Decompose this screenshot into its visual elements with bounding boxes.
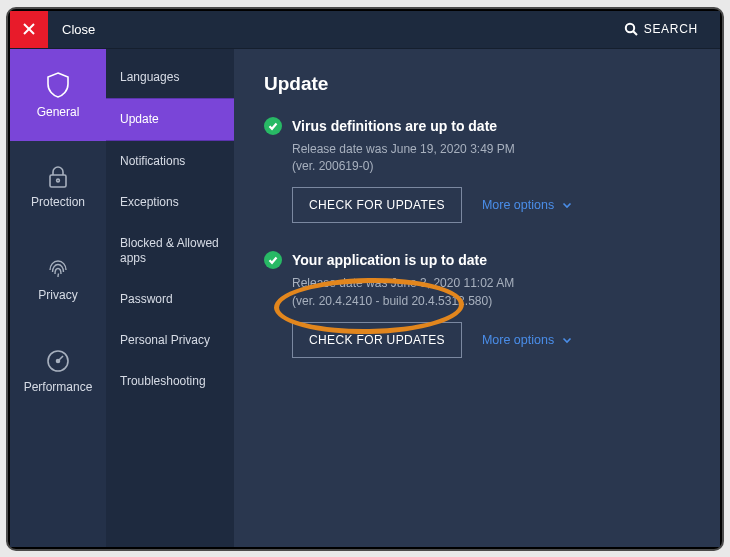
search-button[interactable]: SEARCH (602, 11, 720, 48)
menu-blocked-allowed[interactable]: Blocked & Allowed apps (106, 223, 234, 279)
section-title: Your application is up to date (292, 252, 487, 268)
svg-point-5 (57, 179, 60, 182)
nav-general[interactable]: General (10, 49, 106, 141)
gauge-icon (45, 348, 71, 374)
nav-privacy[interactable]: Privacy (10, 233, 106, 325)
fingerprint-icon (45, 256, 71, 282)
close-label[interactable]: Close (48, 11, 109, 48)
menu-troubleshooting[interactable]: Troubleshooting (106, 361, 234, 402)
nav-performance-label: Performance (24, 380, 93, 394)
section-application: Your application is up to date Release d… (264, 251, 690, 358)
svg-point-8 (57, 359, 60, 362)
more-options-label: More options (482, 333, 554, 347)
lock-icon (47, 165, 69, 189)
nav-general-label: General (37, 105, 80, 119)
nav-protection[interactable]: Protection (10, 141, 106, 233)
device-bezel: Close SEARCH General (6, 7, 724, 551)
close-icon (22, 22, 36, 36)
menu-languages[interactable]: Languages (106, 57, 234, 98)
section-meta: Release date was June 19, 2020 3:49 PM (… (292, 141, 690, 176)
menu-personal-privacy[interactable]: Personal Privacy (106, 320, 234, 361)
check-icon (267, 254, 279, 266)
page-title: Update (264, 73, 690, 95)
section-title: Virus definitions are up to date (292, 118, 497, 134)
section-head: Virus definitions are up to date (264, 117, 690, 135)
svg-rect-4 (50, 175, 66, 187)
body: General Protection (10, 49, 720, 547)
svg-line-3 (633, 31, 637, 35)
menu-notifications[interactable]: Notifications (106, 141, 234, 182)
check-for-updates-button[interactable]: CHECK FOR UPDATES (292, 187, 462, 223)
topbar-spacer (109, 11, 601, 48)
topbar: Close SEARCH (10, 11, 720, 49)
section-meta: Release date was June 3, 2020 11:02 AM (… (292, 275, 690, 310)
primary-nav: General Protection (10, 49, 106, 547)
more-options-label: More options (482, 198, 554, 212)
search-icon (624, 22, 638, 36)
section-actions: CHECK FOR UPDATES More options (292, 187, 690, 223)
check-for-updates-button[interactable]: CHECK FOR UPDATES (292, 322, 462, 358)
main-panel: Update Virus definitions are up to date … (234, 49, 720, 547)
chevron-down-icon (562, 200, 572, 210)
section-virus-defs: Virus definitions are up to date Release… (264, 117, 690, 224)
chevron-down-icon (562, 335, 572, 345)
section-actions: CHECK FOR UPDATES More options (292, 322, 690, 358)
more-options-link[interactable]: More options (482, 333, 572, 347)
status-badge-ok (264, 117, 282, 135)
menu-password[interactable]: Password (106, 279, 234, 320)
status-badge-ok (264, 251, 282, 269)
nav-protection-label: Protection (31, 195, 85, 209)
secondary-nav: Languages Update Notifications Exception… (106, 49, 234, 547)
app-window: Close SEARCH General (10, 11, 720, 547)
menu-update[interactable]: Update (106, 98, 234, 141)
nav-performance[interactable]: Performance (10, 325, 106, 417)
svg-point-2 (625, 24, 633, 32)
close-icon-button[interactable] (10, 11, 48, 48)
menu-exceptions[interactable]: Exceptions (106, 182, 234, 223)
more-options-link[interactable]: More options (482, 198, 572, 212)
shield-icon (45, 71, 71, 99)
nav-privacy-label: Privacy (38, 288, 77, 302)
search-label: SEARCH (644, 22, 698, 36)
check-icon (267, 120, 279, 132)
section-head: Your application is up to date (264, 251, 690, 269)
